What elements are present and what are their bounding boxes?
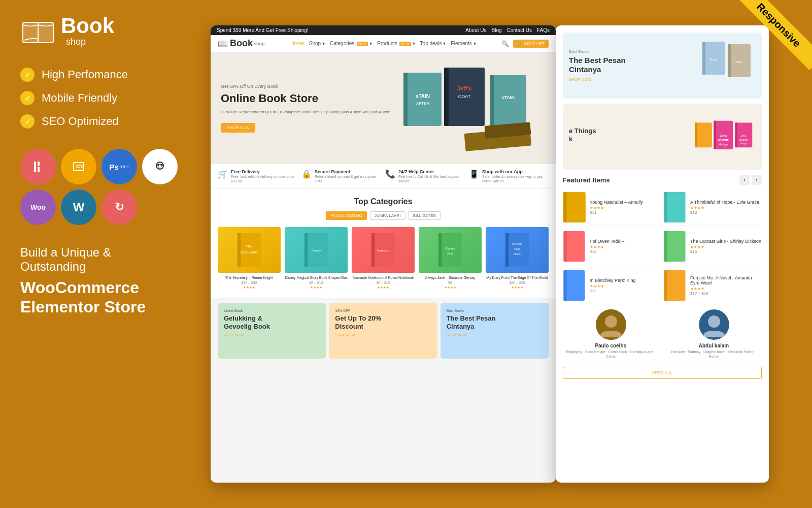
responsive-banner-text: Responsive [733,0,812,70]
topbar-link-about[interactable]: About Us [465,27,486,33]
hero-shop-btn[interactable]: SHOP NOW [221,123,255,133]
help-icon: 📞 [385,169,395,179]
feat-2-stars: ★★★★ [690,206,762,210]
featured-nav: ‹ › [739,175,762,185]
svg-text:change: change [739,138,748,141]
topbar-link-contact[interactable]: Contact Us [507,27,532,33]
author-name-2: Abdul kalam [666,343,762,348]
author-genres-1: Biography · Food Recipe · Comic book · C… [563,350,659,359]
nav-products[interactable]: Products NEW ▾ [377,41,415,46]
nav-links[interactable]: Home Shop ▾ Categories NEW ▾ Products NE… [290,41,476,46]
topbar-link-blog[interactable]: Blog [492,27,502,33]
check-icon-3: ✓ [20,114,35,129]
cat-tab-bill[interactable]: BILL GATES [409,211,441,220]
feat-5-stars: ★★★★ [590,284,661,289]
svg-rect-67 [664,231,686,262]
book-cover-5: My DiaryEdgeWorld [486,227,549,273]
feat-2-text: A Thimbleful of Hope - Evie Grace ★★★★ $… [690,200,762,215]
feat-3-text: r of Owen Todd – ★★★★ $10 [590,239,661,254]
top-bar: Spend $59 More And Get Free Shipping! Ab… [211,25,556,35]
featured-prev-btn[interactable]: ‹ [739,175,750,185]
feature-item-3: ✓ SEO Optimized [20,114,190,129]
cat-tab-jumpa[interactable]: JUMPA LAHRI [370,211,405,220]
feature-item-2: ✓ Mobile Friendly [20,91,190,105]
brand-logo: Book shop [20,15,190,47]
app-icon: 📱 [469,169,479,179]
svg-text:World: World [514,252,521,256]
hero-section: Get 50% Off On Every Book Online Book St… [211,52,556,164]
delivery-icon: 🛒 [218,169,228,179]
svg-rect-70 [564,270,567,301]
feature-payment-title: Secure Payment [315,169,381,174]
book-title-1: The Secretary – Renee Knight [218,276,281,279]
right-card-2-text: e Thingsk [569,127,695,146]
banner-btn-3[interactable]: SHOP NOW [447,333,543,337]
feat-6-stars: ★★★★ [690,287,762,291]
cat-tab-paulo[interactable]: PAULO COELHO [326,211,367,220]
check-icon-2: ✓ [20,91,35,105]
feat-1-text: Young Naturalist – Annully ★★★★ $11 [590,200,661,215]
feat-1-price: $11 [590,210,661,215]
nav-bar: 📖 Book shop Home Shop ▾ Categories NEW ▾… [211,35,556,52]
banner-title-2: Get Up To 20%Discount [335,314,431,330]
svg-point-9 [158,165,159,167]
payment-icon: 🔒 [301,169,312,179]
right-card-2: e Thingsk Let's change things Let's chan… [563,104,762,170]
plugin-refresh-icon: ↻ [101,189,137,225]
feat-3-price: $10 [590,249,661,254]
svg-text:Let's: Let's [741,134,747,137]
topbar-link-faqs[interactable]: FAQs [537,27,550,33]
feature-delivery-title: Free Delivery [231,169,297,174]
svg-rect-32 [371,233,375,267]
book-cover-3: Namaste [352,227,415,273]
book-price-3: $5 – $19 [352,281,415,284]
svg-rect-57 [735,122,738,147]
book-title-2: Disney Magical Story Book Shaped Box [285,276,348,279]
nav-home[interactable]: Home [290,41,304,46]
categories-section: Top Categories PAULO COELHO JUMPA LAHRI … [211,189,556,298]
banner-btn-2[interactable]: SHOP NOW [335,333,431,337]
author-avatar-2 [699,309,729,340]
nav-cart-btn[interactable]: 🛒 MY CART [513,40,549,48]
featured-item-4: The Outcast Girls - Shirley Dickson ★★★★… [663,228,762,265]
svg-rect-69 [564,270,585,301]
feature-help: 📞 24/7 Help Center Feel free to Call Us … [385,169,465,183]
svg-text:things: things [740,142,747,145]
nav-deals[interactable]: Top deals ▾ [420,41,446,46]
feature-label-2: Mobile Friendly [42,91,117,105]
book-stars-4: ★★★★ [419,285,482,290]
nav-elements[interactable]: Elements ▾ [451,41,476,46]
build-text: Build a Unique &Outstanding [20,245,190,274]
topbar-links: About Us Blog Contact Us FAQs [465,27,550,33]
nav-actions: 🔍 🛒 MY CART [501,40,549,48]
feature-payment-text: Secure Payment Refer a friend our web & … [315,169,381,183]
nav-shop[interactable]: Shop ▾ [309,41,325,46]
feat-4-stars: ★★★★ [690,245,762,249]
feature-payment: 🔒 Secure Payment Refer a friend our web … [301,169,381,183]
plugin-icons: PsFREE Woo W ↻ [20,149,190,225]
book-cover-2: Disney [285,227,348,273]
authors-section: Paulo coelho Biography · Food Recipe · C… [563,304,762,364]
book-price-4: $6 [419,281,482,284]
banner-btn-1[interactable]: SHOP NOW [224,333,320,337]
svg-text:change: change [718,138,729,141]
view-all-btn[interactable]: VIEW ALL [563,367,762,379]
plugin-ps-icon: PsFREE [101,149,137,184]
author-avatar-1 [596,309,626,340]
search-icon[interactable]: 🔍 [501,40,509,47]
right-card-1-btn[interactable]: SHOP NOW [569,77,695,82]
book-card-5: My DiaryEdgeWorld My Diary From The Edge… [486,227,549,290]
nav-categories[interactable]: Categories NEW ▾ [330,41,372,46]
svg-rect-39 [505,233,509,267]
svg-text:Disney: Disney [312,249,321,252]
featured-next-btn[interactable]: › [752,175,762,185]
feature-app-title: Shop with our App [482,169,549,174]
right-card-2-title: e Thingsk [569,127,695,143]
right-card-1-title: The Best PesanCintanya [569,56,695,74]
svg-rect-52 [714,120,717,149]
svg-rect-68 [664,231,667,262]
plugin-wp-icon: W [61,189,96,225]
book-title-4: Always Jack – Susanne Gervay [419,276,482,279]
svg-rect-62 [564,192,567,223]
store-title: WooCommerce Elementor Store [20,278,190,317]
